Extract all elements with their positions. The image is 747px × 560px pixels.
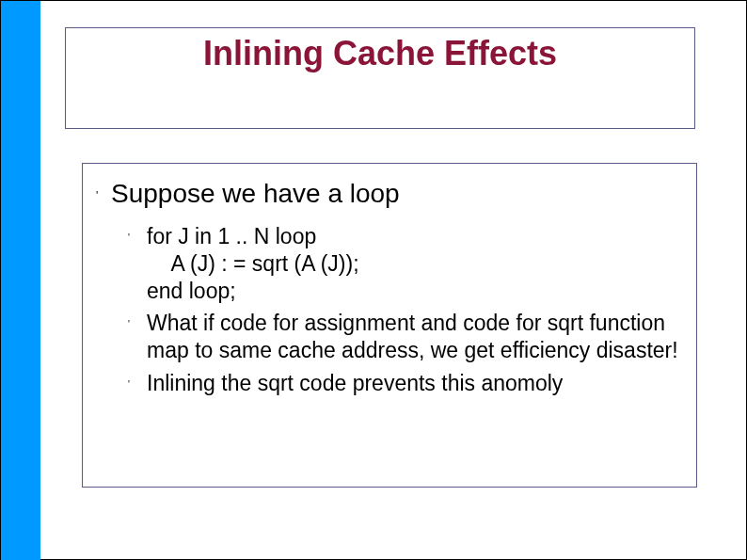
sub-bullet-text: for J in 1 .. N loop A (J) : = sqrt (A (… [147, 223, 359, 304]
title-container: Inlining Cache Effects [65, 27, 695, 129]
bullet-mark-icon: ' [128, 223, 147, 249]
slide: Inlining Cache Effects ' Suppose we have… [0, 0, 747, 560]
bullet-mark-icon: ' [128, 310, 147, 336]
body-container: ' Suppose we have a loop ' for J in 1 ..… [82, 163, 697, 488]
side-accent-bar [1, 1, 40, 560]
bullet-mark-icon: ' [128, 370, 147, 396]
sub-bullet-text: What if code for assignment and code for… [147, 310, 683, 364]
sub-bullet-list: ' for J in 1 .. N loop A (J) : = sqrt (A… [96, 223, 683, 397]
sub-bullet: ' Inlining the sqrt code prevents this a… [128, 370, 683, 397]
sub-bullet: ' for J in 1 .. N loop A (J) : = sqrt (A… [128, 223, 683, 304]
sub-bullet: ' What if code for assignment and code f… [128, 310, 683, 364]
main-bullet-text: Suppose we have a loop [111, 179, 400, 209]
slide-title: Inlining Cache Effects [203, 34, 557, 73]
main-bullet: ' Suppose we have a loop [96, 179, 683, 210]
bullet-mark-icon: ' [96, 179, 111, 210]
sub-bullet-text: Inlining the sqrt code prevents this ano… [147, 370, 563, 397]
